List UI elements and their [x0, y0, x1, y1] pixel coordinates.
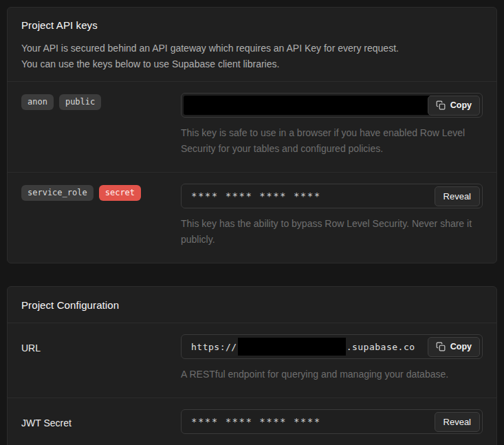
- anon-badge: anon: [21, 94, 54, 110]
- service-role-badge: service_role: [21, 185, 94, 201]
- url-value: https:// .supabase.co: [191, 338, 428, 356]
- copy-icon: [436, 342, 446, 351]
- url-value-prefix: https://: [191, 342, 237, 352]
- anon-key-description: This key is safe to use in a browser if …: [181, 125, 483, 157]
- service-role-key-field[interactable]: **** **** **** **** Reveal: [181, 184, 483, 208]
- jwt-secret-field[interactable]: **** **** **** **** Reveal: [181, 409, 483, 434]
- project-configuration-panel: Project Configuration URL https:// .supa…: [7, 286, 497, 445]
- service-role-key-description: This key has the ability to bypass Row L…: [181, 216, 483, 248]
- jwt-secret-masked-value: **** **** **** ****: [191, 416, 435, 427]
- service-role-reveal-label: Reveal: [443, 191, 471, 202]
- service-role-badges-column: service_role secret: [21, 184, 181, 248]
- url-row: URL https:// .supabase.co Copy: [8, 323, 496, 398]
- jwt-secret-description: Used to decode your JWTs. You can also u…: [181, 442, 483, 445]
- jwt-secret-reveal-button[interactable]: Reveal: [435, 412, 480, 432]
- copy-icon: [436, 100, 446, 110]
- anon-key-row: anon public Copy This key is sa: [8, 81, 496, 172]
- project-api-keys-panel: Project API keys Your API is secured beh…: [7, 7, 497, 263]
- api-keys-title: Project API keys: [21, 19, 483, 31]
- api-keys-description-line-2: You can use the keys below to use Supaba…: [21, 56, 483, 72]
- api-keys-description: Your API is secured behind an API gatewa…: [21, 41, 483, 72]
- api-keys-header: Project API keys Your API is secured beh…: [8, 8, 496, 81]
- project-configuration-title: Project Configuration: [21, 299, 483, 311]
- jwt-secret-reveal-label: Reveal: [443, 417, 471, 427]
- api-keys-description-line-1: Your API is secured behind an API gatewa…: [21, 41, 483, 56]
- jwt-secret-row: JWT Secret **** **** **** **** Reveal Us…: [8, 398, 496, 445]
- public-badge: public: [59, 94, 101, 110]
- jwt-secret-label: JWT Secret: [21, 417, 181, 428]
- url-value-suffix: .supabase.co: [347, 342, 415, 352]
- anon-key-redaction: [184, 96, 430, 115]
- anon-key-copy-label: Copy: [450, 100, 472, 110]
- url-description: A RESTful endpoint for querying and mana…: [181, 367, 483, 382]
- anon-key-badges: anon public: [21, 94, 181, 110]
- anon-key-field[interactable]: Copy: [181, 93, 483, 118]
- url-redaction: [238, 338, 346, 356]
- secret-badge: secret: [99, 185, 141, 201]
- url-label: URL: [21, 343, 181, 354]
- service-role-reveal-button[interactable]: Reveal: [435, 186, 480, 206]
- service-role-key-row: service_role secret **** **** **** **** …: [8, 172, 496, 263]
- url-copy-label: Copy: [450, 342, 472, 351]
- service-role-key-masked-value: **** **** **** ****: [191, 191, 435, 202]
- anon-key-copy-button[interactable]: Copy: [428, 96, 480, 116]
- project-configuration-header: Project Configuration: [8, 287, 496, 323]
- anon-key-badges-column: anon public: [21, 93, 181, 157]
- service-role-badges: service_role secret: [21, 185, 181, 201]
- url-field[interactable]: https:// .supabase.co Copy: [181, 334, 483, 359]
- url-copy-button[interactable]: Copy: [428, 337, 480, 357]
